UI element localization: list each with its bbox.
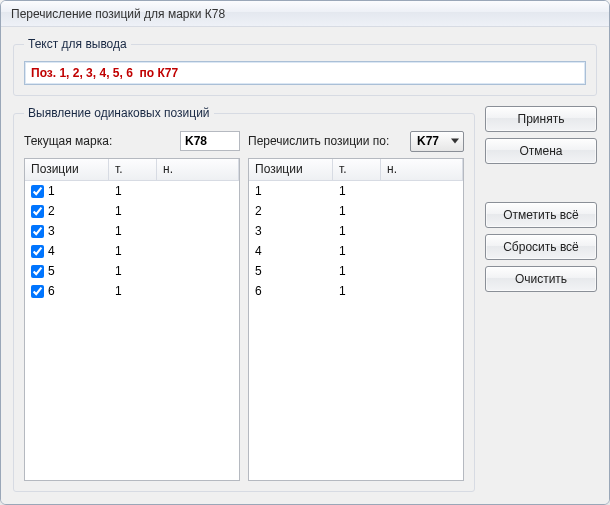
cell-pos-text: 6 bbox=[255, 284, 262, 298]
table-row[interactable]: 61 bbox=[249, 281, 463, 301]
cell-n bbox=[157, 190, 239, 192]
current-mark-input[interactable] bbox=[180, 131, 240, 151]
duplicate-positions-legend: Выявление одинаковых позиций bbox=[24, 106, 214, 120]
row-checkbox[interactable] bbox=[31, 265, 44, 278]
cell-pos: 6 bbox=[25, 283, 109, 299]
table-row[interactable]: 11 bbox=[25, 181, 239, 201]
cell-t: 1 bbox=[333, 243, 381, 259]
accept-button[interactable]: Принять bbox=[485, 106, 597, 132]
dialog-content: Текст для вывода Выявление одинаковых по… bbox=[1, 27, 609, 504]
table-row[interactable]: 11 bbox=[249, 181, 463, 201]
cancel-button[interactable]: Отмена bbox=[485, 138, 597, 164]
cell-n bbox=[157, 210, 239, 212]
cell-t: 1 bbox=[109, 263, 157, 279]
cell-n bbox=[381, 190, 463, 192]
cell-t: 1 bbox=[109, 203, 157, 219]
cell-pos-text: 5 bbox=[48, 264, 55, 278]
table-row[interactable]: 51 bbox=[249, 261, 463, 281]
cell-n bbox=[381, 270, 463, 272]
cell-pos: 2 bbox=[249, 203, 333, 219]
left-table-body: 112131415161 bbox=[25, 181, 239, 480]
button-column: Принять Отмена Отметить всё Сбросить всё… bbox=[485, 106, 597, 492]
row-checkbox[interactable] bbox=[31, 245, 44, 258]
cell-pos-text: 4 bbox=[255, 244, 262, 258]
cell-t: 1 bbox=[109, 283, 157, 299]
list-by-label: Перечислить позиции по: bbox=[248, 134, 389, 148]
row-checkbox[interactable] bbox=[31, 225, 44, 238]
cell-pos: 4 bbox=[249, 243, 333, 259]
cell-t: 1 bbox=[109, 183, 157, 199]
main-row: Выявление одинаковых позиций Текущая мар… bbox=[13, 106, 597, 492]
cell-n bbox=[381, 290, 463, 292]
cell-pos-text: 5 bbox=[255, 264, 262, 278]
left-table-header: Позиции т. н. bbox=[25, 159, 239, 181]
col-header-pos[interactable]: Позиции bbox=[25, 159, 109, 180]
cell-t: 1 bbox=[333, 263, 381, 279]
clear-button[interactable]: Очистить bbox=[485, 266, 597, 292]
row-checkbox[interactable] bbox=[31, 205, 44, 218]
table-row[interactable]: 61 bbox=[25, 281, 239, 301]
window-title: Перечисление позиций для марки К78 bbox=[11, 7, 225, 21]
tables-row: Текущая марка: Позиции т. н. 11213141516… bbox=[24, 130, 464, 481]
dialog-window: Перечисление позиций для марки К78 Текст… bbox=[0, 0, 610, 505]
col-header-t[interactable]: т. bbox=[333, 159, 381, 180]
cell-t: 1 bbox=[333, 223, 381, 239]
output-text-group: Текст для вывода bbox=[13, 37, 597, 96]
cell-pos: 5 bbox=[25, 263, 109, 279]
cell-n bbox=[157, 290, 239, 292]
cell-n bbox=[157, 250, 239, 252]
titlebar[interactable]: Перечисление позиций для марки К78 bbox=[1, 1, 609, 27]
current-mark-label: Текущая марка: bbox=[24, 134, 112, 148]
cell-t: 1 bbox=[333, 203, 381, 219]
right-table[interactable]: Позиции т. н. 112131415161 bbox=[248, 158, 464, 481]
cell-t: 1 bbox=[109, 223, 157, 239]
cell-pos-text: 2 bbox=[255, 204, 262, 218]
table-row[interactable]: 21 bbox=[249, 201, 463, 221]
cell-t: 1 bbox=[109, 243, 157, 259]
col-header-t[interactable]: т. bbox=[109, 159, 157, 180]
cell-pos: 4 bbox=[25, 243, 109, 259]
row-checkbox[interactable] bbox=[31, 285, 44, 298]
list-by-row: Перечислить позиции по: K77 bbox=[248, 130, 464, 152]
cell-pos-text: 1 bbox=[255, 184, 262, 198]
cell-pos: 3 bbox=[25, 223, 109, 239]
duplicate-positions-group: Выявление одинаковых позиций Текущая мар… bbox=[13, 106, 475, 492]
table-row[interactable]: 31 bbox=[25, 221, 239, 241]
cell-pos-text: 4 bbox=[48, 244, 55, 258]
output-text-input[interactable] bbox=[24, 61, 586, 85]
table-row[interactable]: 21 bbox=[25, 201, 239, 221]
cell-n bbox=[381, 250, 463, 252]
col-header-n[interactable]: н. bbox=[157, 159, 239, 180]
cell-pos: 2 bbox=[25, 203, 109, 219]
current-mark-row: Текущая марка: bbox=[24, 130, 240, 152]
cell-pos-text: 2 bbox=[48, 204, 55, 218]
output-text-legend: Текст для вывода bbox=[24, 37, 131, 51]
left-table[interactable]: Позиции т. н. 112131415161 bbox=[24, 158, 240, 481]
cell-pos-text: 3 bbox=[48, 224, 55, 238]
button-spacer bbox=[485, 170, 597, 196]
cell-pos-text: 6 bbox=[48, 284, 55, 298]
table-row[interactable]: 51 bbox=[25, 261, 239, 281]
table-row[interactable]: 31 bbox=[249, 221, 463, 241]
list-by-value: K77 bbox=[417, 134, 439, 148]
table-row[interactable]: 41 bbox=[25, 241, 239, 261]
uncheck-all-button[interactable]: Сбросить всё bbox=[485, 234, 597, 260]
left-column: Текущая марка: Позиции т. н. 11213141516… bbox=[24, 130, 240, 481]
list-by-select[interactable]: K77 bbox=[410, 131, 464, 152]
right-column: Перечислить позиции по: K77 Позиции т. bbox=[248, 130, 464, 481]
cell-pos: 1 bbox=[25, 183, 109, 199]
cell-n bbox=[157, 230, 239, 232]
cell-pos: 5 bbox=[249, 263, 333, 279]
table-row[interactable]: 41 bbox=[249, 241, 463, 261]
cell-pos: 3 bbox=[249, 223, 333, 239]
cell-n bbox=[157, 270, 239, 272]
col-header-n[interactable]: н. bbox=[381, 159, 463, 180]
col-header-pos[interactable]: Позиции bbox=[249, 159, 333, 180]
cell-pos: 6 bbox=[249, 283, 333, 299]
cell-t: 1 bbox=[333, 283, 381, 299]
right-table-header: Позиции т. н. bbox=[249, 159, 463, 181]
cell-t: 1 bbox=[333, 183, 381, 199]
cell-n bbox=[381, 230, 463, 232]
check-all-button[interactable]: Отметить всё bbox=[485, 202, 597, 228]
row-checkbox[interactable] bbox=[31, 185, 44, 198]
